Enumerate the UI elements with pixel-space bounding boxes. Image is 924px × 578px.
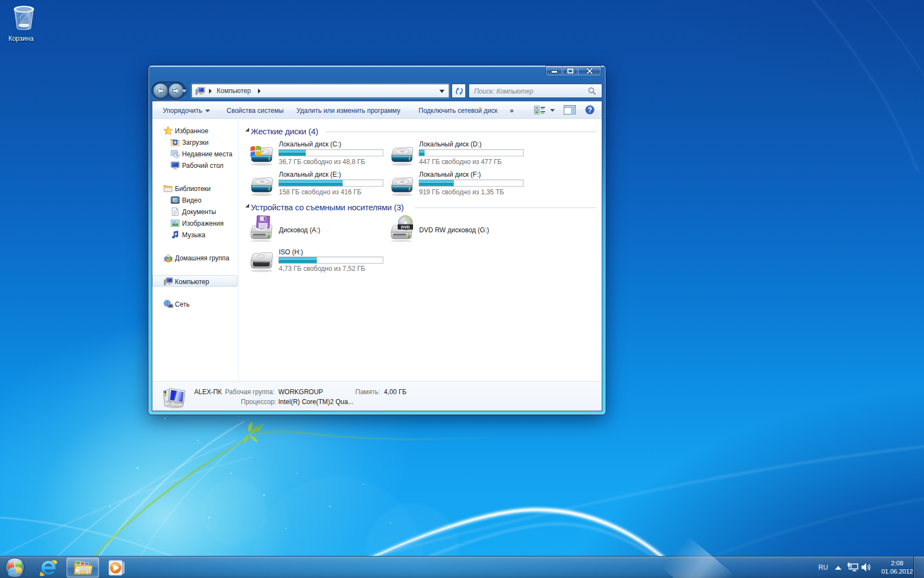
svg-text:DVD: DVD (401, 225, 410, 230)
svg-text:?: ? (588, 106, 592, 114)
